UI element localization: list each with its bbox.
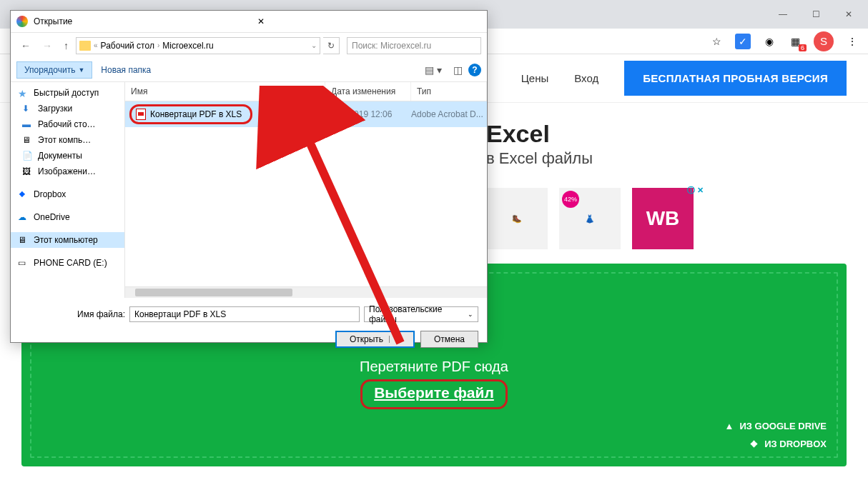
file-row[interactable]: Конвертаци PDF в XLS 13.06.2019 12:06 Ad… — [125, 101, 487, 127]
badge-count: 6 — [799, 44, 807, 51]
ad-choices-icon[interactable]: ⓘ ✕ — [687, 185, 704, 196]
file-list: Имя^ Дата изменения Тип Конвертаци PDF в… — [125, 82, 487, 298]
tree-downloads[interactable]: ⬇Загрузки — [11, 101, 124, 116]
browser-menu-icon[interactable]: ⋮ — [845, 34, 859, 49]
dialog-search-input[interactable]: Поиск: Microexcel.ru — [347, 37, 481, 54]
filename-label: Имя файла: — [19, 309, 125, 319]
tree-dropbox[interactable]: ⯁Dropbox — [11, 186, 124, 202]
tree-images[interactable]: 🖼Изображени… — [11, 164, 124, 179]
file-open-dialog: Открытие ✕ ← → ↑ « Рабочий стол › Microe… — [10, 10, 488, 343]
extension-icon[interactable]: ✓ — [735, 34, 751, 49]
window-maximize-button[interactable]: ☐ — [799, 4, 832, 25]
ad-strip: 🥾 👗42% WBⓘ ✕ — [486, 188, 868, 249]
nav-login[interactable]: Вход — [574, 72, 598, 84]
computer-icon: 🖥 — [22, 135, 34, 145]
from-google-drive-link[interactable]: ▲ИЗ GOOGLE DRIVE — [725, 421, 827, 431]
col-type[interactable]: Тип — [411, 82, 487, 101]
crumb-item[interactable]: Рабочий стол — [101, 41, 154, 51]
view-options-button[interactable]: ▤ ▾ — [419, 61, 448, 79]
dropbox-icon: ⯁ — [18, 189, 29, 199]
col-date[interactable]: Дата изменения — [325, 82, 411, 101]
new-folder-button[interactable]: Новая папка — [92, 62, 159, 78]
discount-badge: 42% — [562, 191, 579, 208]
extension-icon[interactable]: ▦6 — [788, 34, 802, 49]
file-list-header: Имя^ Дата изменения Тип — [125, 82, 487, 101]
ad-tile[interactable]: 👗42% — [559, 188, 621, 249]
dialog-titlebar: Открытие ✕ — [11, 11, 487, 32]
cancel-button[interactable]: Отмена — [420, 331, 478, 348]
dialog-footer: Имя файла: Пользовательские файлы⌄ Откры… — [11, 298, 487, 356]
pdf-file-icon — [136, 109, 146, 120]
preview-pane-button[interactable]: ◫ — [448, 61, 468, 79]
nav-up-button[interactable]: ↑ — [59, 37, 73, 54]
tree-onedrive[interactable]: ☁OneDrive — [11, 209, 124, 225]
window-minimize-button[interactable]: — — [766, 4, 799, 25]
open-button[interactable]: Открыть▼ — [335, 331, 415, 348]
tree-phone-card[interactable]: ▭PHONE CARD (E:) — [11, 255, 124, 271]
dialog-title: Открытие — [34, 16, 250, 26]
nav-tree: ★Быстрый доступ ⬇Загрузки ▬Рабочий сто… … — [11, 82, 125, 298]
file-type: Adobe Acrobat D... — [411, 109, 487, 119]
chrome-icon — [16, 16, 28, 27]
image-icon: 🖼 — [22, 166, 34, 176]
tree-thispc[interactable]: 🖥Этот компьютер — [11, 232, 124, 248]
dialog-close-button[interactable]: ✕ — [250, 14, 481, 29]
window-close-button[interactable]: ✕ — [832, 4, 865, 25]
crumb-item[interactable]: Microexcel.ru — [162, 41, 213, 51]
desktop-icon: ▬ — [22, 119, 34, 129]
free-trial-button[interactable]: БЕСПЛАТНАЯ ПРОБНАЯ ВЕРСИЯ — [624, 61, 847, 96]
horizontal-scrollbar[interactable] — [125, 286, 487, 298]
dropbox-icon: ⯁ — [749, 439, 759, 449]
tree-desktop[interactable]: ▬Рабочий сто… — [11, 116, 124, 132]
file-item-selected[interactable]: Конвертаци PDF в XLS — [129, 104, 252, 124]
cloud-icon: ☁ — [18, 212, 29, 222]
gdrive-icon: ▲ — [725, 421, 734, 431]
help-icon[interactable]: ? — [468, 64, 481, 76]
refresh-button[interactable]: ↻ — [323, 37, 340, 54]
hero-title: Excel — [486, 120, 868, 148]
document-icon: 📄 — [22, 151, 34, 161]
extension-icon[interactable]: ◉ — [762, 34, 776, 49]
profile-avatar[interactable]: S — [814, 31, 834, 51]
file-type-filter[interactable]: Пользовательские файлы⌄ — [364, 306, 478, 322]
dialog-body: ★Быстрый доступ ⬇Загрузки ▬Рабочий сто… … — [11, 82, 487, 298]
ad-tile[interactable]: WBⓘ ✕ — [632, 188, 694, 249]
file-name: Конвертаци PDF в XLS — [150, 109, 242, 119]
hero-subtitle: в Excel файлы — [486, 149, 868, 168]
organize-button[interactable]: Упорядочить▼ — [16, 61, 92, 79]
tree-quick-access[interactable]: ★Быстрый доступ — [11, 85, 124, 101]
tree-documents[interactable]: 📄Документы — [11, 148, 124, 164]
folder-icon — [79, 41, 91, 51]
drive-icon: ▭ — [18, 258, 29, 268]
nav-forward-button[interactable]: → — [38, 37, 56, 54]
dialog-nav: ← → ↑ « Рабочий стол › Microexcel.ru ⌄ ↻… — [11, 32, 487, 58]
breadcrumb[interactable]: « Рабочий стол › Microexcel.ru ⌄ — [76, 37, 320, 54]
nav-prices[interactable]: Цены — [521, 72, 549, 84]
file-date: 13.06.2019 12:06 — [325, 109, 411, 119]
dialog-toolbar: Упорядочить▼ Новая папка ▤ ▾ ◫ ? — [11, 58, 487, 82]
chevron-down-icon[interactable]: ⌄ — [311, 41, 317, 49]
tree-thispc-short[interactable]: 🖥Этот компь… — [11, 132, 124, 148]
computer-icon: 🖥 — [18, 235, 29, 245]
star-icon: ★ — [18, 88, 29, 98]
nav-back-button[interactable]: ← — [16, 37, 35, 54]
open-dropdown-icon[interactable]: ▼ — [389, 336, 400, 343]
col-name[interactable]: Имя^ — [125, 82, 325, 101]
ad-tile[interactable]: 🥾 — [486, 188, 548, 249]
download-icon: ⬇ — [22, 104, 34, 114]
filename-input[interactable] — [129, 306, 360, 322]
bookmark-star-icon[interactable]: ☆ — [709, 34, 724, 49]
cloud-links: ▲ИЗ GOOGLE DRIVE ⯁ИЗ DROPBOX — [725, 414, 827, 449]
from-dropbox-link[interactable]: ⯁ИЗ DROPBOX — [725, 439, 827, 449]
